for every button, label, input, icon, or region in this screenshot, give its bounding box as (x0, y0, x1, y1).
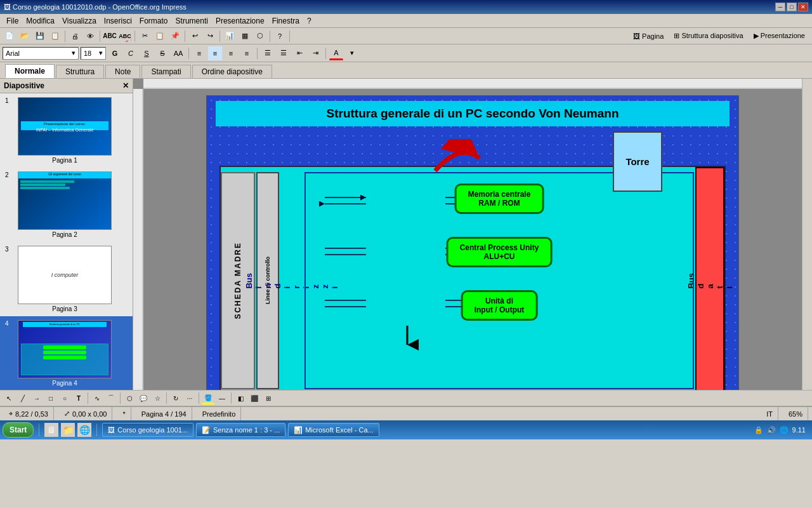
uppercase-button[interactable]: AA (171, 46, 185, 60)
taskbar-icon-3[interactable]: 🌐 (77, 423, 91, 437)
minimize-button[interactable]: ─ (775, 3, 785, 11)
menu-formato[interactable]: Formato (136, 15, 172, 27)
ordered-list-button[interactable]: ☰ (277, 46, 291, 60)
copy-button[interactable]: 📋 (153, 29, 167, 43)
taskbar-icon-1[interactable]: 🖥 (44, 423, 58, 437)
indent-less-button[interactable]: ⇤ (292, 46, 306, 60)
italic-button[interactable]: C (124, 46, 138, 60)
help-button[interactable]: ? (273, 29, 287, 43)
ruler-svg (143, 79, 802, 89)
tab-ordine[interactable]: Ordine diapositive (192, 65, 272, 78)
font-color-button[interactable]: A (329, 46, 343, 60)
size-selector[interactable]: 18 ▾ (81, 47, 106, 60)
rect-tool[interactable]: □ (44, 392, 57, 404)
menu-presentazione[interactable]: Presentazione (212, 15, 268, 27)
taskbar-excel-button[interactable]: 📊 Microsoft Excel - Ca... (288, 423, 379, 437)
fill-color-tool[interactable]: 🪣 (202, 392, 214, 404)
slide-thumb-1: Presentazione del corso: INFAI – Informa… (18, 97, 112, 156)
memoria-box[interactable]: Memoria centraleRAM / ROM (455, 184, 544, 214)
tab-struttura[interactable]: Struttura (56, 65, 104, 78)
callout-tool[interactable]: 💬 (137, 392, 150, 404)
menu-inserisci[interactable]: Inserisci (100, 15, 136, 27)
save-button[interactable]: 💾 (33, 29, 47, 43)
points-tool[interactable]: ·∙· (183, 392, 196, 404)
canvas-area[interactable]: Struttura generale di un PC secondo Von … (133, 79, 802, 390)
io-box[interactable]: Unità diInput / Output (461, 290, 538, 321)
slide-item-3[interactable]: 3 I computer Pagina 3 (0, 242, 133, 316)
sep7 (289, 30, 290, 42)
slide-item-1[interactable]: 1 Presentazione del corso: INFAI – Infor… (0, 93, 133, 168)
new-button[interactable]: 📄 (3, 29, 16, 43)
pdf-button[interactable]: 📋 (48, 29, 62, 43)
paste-button[interactable]: 📌 (168, 29, 182, 43)
slide-canvas[interactable]: Struttura generale di un PC secondo Von … (206, 95, 739, 390)
pagina-button[interactable]: 🖼 Pagina (629, 29, 668, 43)
slide-item-4[interactable]: 4 Struttura generale di un PC Pagina 4 (0, 316, 133, 390)
undo-button[interactable]: ↩ (188, 29, 202, 43)
strikethrough-button[interactable]: S (155, 46, 169, 60)
tab-normale[interactable]: Normale (5, 64, 55, 78)
select-tool[interactable]: ↖ (3, 392, 15, 404)
connector-tool[interactable]: ⌒ (105, 392, 117, 404)
shadow-tool[interactable]: ◧ (234, 392, 247, 404)
menu-help[interactable]: ? (303, 15, 315, 27)
arrow-tool[interactable]: → (30, 392, 43, 404)
taskbar-icon-2[interactable]: 📁 (61, 423, 75, 437)
preview-button[interactable]: 👁 (83, 29, 97, 43)
inner-area: Memoria centraleRAM / ROM Central Proces… (304, 172, 694, 389)
group-tool[interactable]: ⊞ (262, 392, 275, 404)
underline-button[interactable]: S (140, 46, 154, 60)
cut-button[interactable]: ✂ (138, 29, 152, 43)
line-color-tool[interactable]: — (216, 392, 228, 404)
taskbar-impress-button[interactable]: 🖼 Corso geologia 1001... (102, 423, 193, 437)
spellcheck2-button[interactable]: ABC (118, 29, 132, 43)
maximize-button[interactable]: □ (787, 3, 797, 11)
ellipse-tool[interactable]: ○ (58, 392, 71, 404)
font-color-dropdown[interactable]: ▾ (345, 46, 359, 60)
bold-button[interactable]: G (108, 46, 122, 60)
open-button[interactable]: 📂 (18, 29, 32, 43)
tab-note[interactable]: Note (105, 65, 140, 78)
unordered-list-button[interactable]: ☰ (261, 46, 275, 60)
tab-stampati[interactable]: Stampati (141, 65, 190, 78)
flowchart-tool[interactable]: ⬡ (123, 392, 136, 404)
chart-button[interactable]: 📊 (223, 29, 237, 43)
close-button[interactable]: ✕ (798, 3, 808, 11)
struttura-diap-button[interactable]: ⊞ Struttura diapositiva (669, 29, 747, 43)
right-scrollbar[interactable] (802, 79, 812, 390)
slide-viewport[interactable]: Struttura generale di un PC secondo Von … (143, 89, 802, 390)
menu-visualizza[interactable]: Visualizza (58, 15, 100, 27)
print-button[interactable]: 🖨 (68, 29, 82, 43)
font-dropdown-icon[interactable]: ▾ (72, 49, 75, 57)
line-tool[interactable]: ╱ (16, 392, 29, 404)
taskbar-writer-button[interactable]: 📝 Senza nome 1 : 3 - ... (196, 423, 285, 437)
rotate-tool[interactable]: ↻ (169, 392, 182, 404)
torre-box: Torre (613, 131, 662, 192)
menu-modifica[interactable]: Modifica (22, 15, 58, 27)
menu-file[interactable]: File (3, 15, 22, 27)
size-dropdown-icon[interactable]: ▾ (99, 49, 103, 57)
position-icon: ⌖ (9, 410, 13, 418)
menu-finestra[interactable]: Finestra (268, 15, 303, 27)
star-tool[interactable]: ☆ (151, 392, 164, 404)
text-tool[interactable]: T (72, 392, 85, 404)
table-button[interactable]: ▦ (238, 29, 252, 43)
font-selector[interactable]: Arial ▾ (3, 47, 79, 60)
menu-strumenti[interactable]: Strumenti (172, 15, 212, 27)
align-center-button[interactable]: ≡ (208, 46, 222, 60)
cpu-box[interactable]: Central Process UnityALU+CU (447, 237, 553, 267)
spellcheck-button[interactable]: ABC (103, 29, 117, 43)
indent-more-button[interactable]: ⇥ (308, 46, 322, 60)
align-right-button[interactable]: ≡ (224, 46, 238, 60)
taskbar-excel-icon: 📊 (294, 426, 303, 434)
redo-button[interactable]: ↪ (203, 29, 217, 43)
align-left-button[interactable]: ≡ (192, 46, 206, 60)
object-button[interactable]: ⬡ (253, 29, 267, 43)
3d-tool[interactable]: ⬛ (248, 392, 261, 404)
curve-tool[interactable]: ∿ (91, 392, 103, 404)
slide-item-2[interactable]: 2 Gli argomenti del corso Pagina 2 (0, 168, 133, 242)
presentazione-button[interactable]: ▶ Presentazione (749, 29, 809, 43)
align-justify-button[interactable]: ≡ (240, 46, 254, 60)
start-button[interactable]: Start (3, 422, 34, 438)
slides-panel-close[interactable]: ✕ (122, 81, 129, 90)
